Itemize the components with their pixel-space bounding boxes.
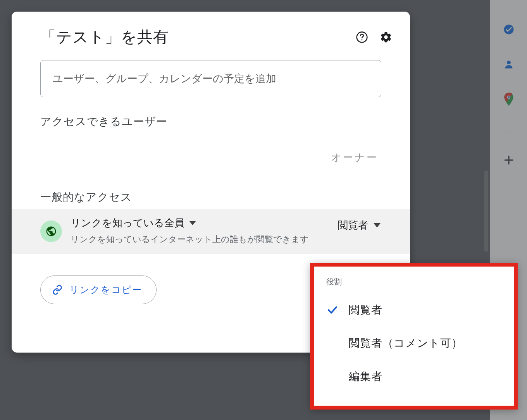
add-people-input[interactable] (40, 60, 381, 97)
access-section-label: アクセスできるユーザー (12, 97, 410, 134)
role-selector[interactable]: 閲覧者 (338, 219, 394, 232)
role-menu-item-editor[interactable]: 編集者 (314, 360, 514, 393)
dialog-title: 「テスト」を共有 (40, 26, 169, 48)
general-access-label: 一般的なアクセス (12, 180, 410, 209)
copy-link-button[interactable]: リンクをコピー (40, 275, 157, 304)
role-selected-label: 閲覧者 (338, 219, 368, 232)
link-icon (52, 285, 62, 295)
gear-icon[interactable] (379, 30, 393, 44)
caret-down-icon (374, 223, 381, 227)
copy-link-label: リンクをコピー (69, 284, 142, 296)
check-icon (326, 304, 339, 316)
scope-description: リンクを知っているインターネット上の誰もが閲覧できます (71, 233, 319, 246)
help-icon[interactable] (355, 30, 369, 44)
role-menu-item-commenter[interactable]: 閲覧者（コメント可） (314, 327, 514, 360)
menu-item-label: 閲覧者（コメント可） (349, 336, 463, 351)
menu-item-label: 編集者 (349, 369, 382, 384)
role-menu-item-viewer[interactable]: 閲覧者 (314, 293, 514, 327)
menu-item-label: 閲覧者 (349, 303, 382, 317)
svg-point-7 (362, 39, 363, 40)
owner-label: オーナー (331, 151, 378, 164)
caret-down-icon (189, 221, 196, 225)
globe-icon (40, 220, 62, 242)
scope-selector[interactable]: リンクを知っている全員 (71, 216, 329, 233)
scope-label: リンクを知っている全員 (71, 216, 184, 230)
general-access-row: リンクを知っている全員 リンクを知っているインターネット上の誰もが閲覧できます … (12, 209, 410, 254)
role-menu: 役割 閲覧者 閲覧者（コメント可） 編集者 (310, 263, 518, 410)
role-menu-label: 役割 (314, 275, 514, 293)
